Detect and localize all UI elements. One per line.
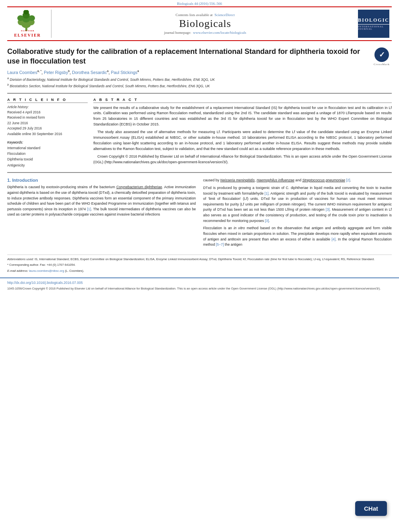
elsevier-logo: ELSEVIER ELSEVIER [7,10,51,38]
keyword-2: Flocculation [7,151,88,156]
section-1-title: 1. Introduction [7,178,196,183]
affiliation-a: a Division of Bacteriology, National Ins… [7,77,392,82]
footnote-text: Abbreviations used: IS, International St… [7,257,392,273]
footnote-area: Abbreviations used: IS, International St… [7,255,392,273]
homepage-label: journal homepage: [164,31,191,35]
body-two-col: 1. Introduction Diphtheria is caused by … [7,178,392,250]
keywords-label: Keywords: [7,140,88,144]
elsevier-label: ELSEVIER [14,33,41,37]
homepage-link[interactable]: www.elsevier.com/locate/biologicals [193,31,246,35]
authors-line: Laura Coombesa, *, Peter Rigsbyb, Doroth… [7,70,392,75]
body-right-para-2: DTxd is produced by growing a toxigenic … [203,185,392,224]
body-right-para-1: caused by Neisseria meningitidis, Haemop… [203,178,392,183]
article-info-col: A R T I C L E I N F O Article history: R… [7,98,88,168]
accepted-date: Accepted 29 July 2016 [7,126,88,131]
journal-name: Biologicals [179,18,231,30]
abstract-para-2: The study also assessed the use of alter… [93,129,392,152]
available-date: Available online 30 September 2016 [7,131,88,137]
journal-homepage: journal homepage: www.elsevier.com/locat… [164,31,246,35]
history-label: Article history: [7,105,88,109]
article-info-abstract: A R T I C L E I N F O Article history: R… [7,98,392,168]
science-direct-text: Contents lists available at [175,13,212,17]
copyright-text: 1045-1056/Crown Copyright © 2016 Publish… [7,286,392,291]
date-block: Received 4 April 2016 Received in revise… [7,110,88,137]
body-left: 1. Introduction Diphtheria is caused by … [7,178,196,250]
chat-button[interactable]: CHat [355,501,387,516]
received-date: Received 4 April 2016 [7,110,88,115]
doi-text: Biologicals 44 (2016) 556–566 [177,2,222,6]
revised-date: Received in revised form22 June 2016 [7,115,88,126]
badge-title: BIOLOGICALS [358,17,389,25]
body-left-para-1: Diphtheria is caused by exotoxin-produci… [7,185,196,218]
article-title: Collaborative study for the calibration … [7,47,392,66]
body-left-text: Diphtheria is caused by exotoxin-produci… [7,185,196,218]
author-dorothea: Dorothea Sesardic [72,70,107,74]
journal-right: BIOLOGICALS INTERNATIONAL JOURNAL [356,10,392,38]
keyword-4: Antigenicity [7,162,88,168]
abstract-para-3: Crown Copyright © 2016 Published by Else… [93,154,392,165]
abstract-text: We present the results of a collaborativ… [93,105,392,165]
author-peter: Peter Rigsby [44,70,68,74]
main-body: 1. Introduction Diphtheria is caused by … [7,178,392,250]
abstract-header: A B S T R A C T [93,98,392,103]
abstract-para-1: We present the results of a collaborativ… [93,105,392,128]
abstract-col: A B S T R A C T We present the results o… [93,98,392,168]
keyword-1: International standard [7,145,88,151]
abbreviations-footnote: Abbreviations used: IS, International St… [7,257,392,262]
science-direct-link[interactable]: ScienceDirect [214,13,234,17]
crossmark-label: CrossMark [374,63,390,66]
doi-bar: Biologicals 44 (2016) 556–566 [0,0,399,6]
science-direct-line: Contents lists available at ScienceDirec… [175,13,234,17]
journal-center: Contents lists available at ScienceDirec… [55,10,356,38]
body-right: caused by Neisseria meningitidis, Haemop… [203,178,392,250]
journal-header: ELSEVIER ELSEVIER Contents lists availab… [7,6,392,41]
elsevier-tree-icon: ELSEVIER [13,10,42,32]
doi-link[interactable]: http://dx.doi.org/10.1016/j.biologicals.… [7,281,392,285]
article-info-header: A R T I C L E I N F O [7,98,88,103]
body-divider [7,172,392,173]
author-paul: Paul Stickings [111,70,138,74]
bottom-bar: http://dx.doi.org/10.1016/j.biologicals.… [0,277,399,294]
article-section: Collaborative study for the calibration … [7,47,392,94]
corresponding-footnote: * Corresponding author. Fax: +44 (0) 170… [7,263,392,267]
author-laura: Laura Coombes [7,70,37,74]
keywords-list: International standard Flocculation Diph… [7,145,88,168]
body-right-para-3: Flocculation is an in vitro method based… [203,226,392,248]
crossmark: ✓ CrossMark [372,47,392,67]
body-right-text: caused by Neisseria meningitidis, Haemop… [203,178,392,248]
keyword-3: Diphtheria toxoid [7,156,88,162]
crossmark-icon: ✓ [374,47,389,62]
header-divider [7,93,392,94]
title-area: Collaborative study for the calibration … [7,47,392,66]
affiliation-b: b Biostatistics Section, National Instit… [7,83,392,89]
email-footnote: E-mail address: laura.coombes@nibsc.org … [7,269,392,273]
svg-text:ELSEVIER: ELSEVIER [21,30,34,32]
biologicals-badge: BIOLOGICALS INTERNATIONAL JOURNAL [358,10,389,38]
